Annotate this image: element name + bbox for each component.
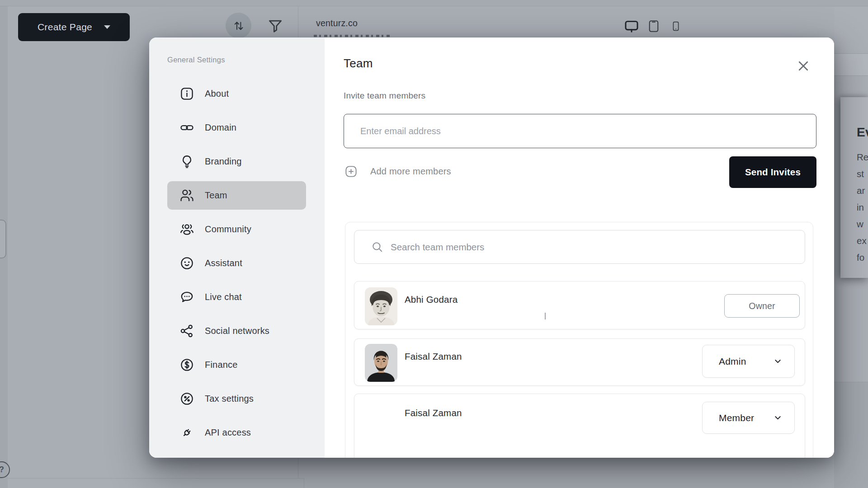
community-icon bbox=[179, 222, 194, 237]
help-glyph: ? bbox=[0, 465, 4, 474]
phone-icon bbox=[670, 18, 681, 34]
avatar bbox=[365, 287, 397, 325]
role-owner-button[interactable]: Owner bbox=[724, 294, 800, 318]
clipped-text-fragment bbox=[314, 35, 392, 37]
role-select-member[interactable]: Member bbox=[702, 402, 795, 434]
member-name: Faisal Zaman bbox=[405, 408, 462, 418]
tablet-icon bbox=[647, 18, 660, 34]
sidebar-item-api-access[interactable]: API access bbox=[167, 418, 306, 447]
plus-square-icon bbox=[344, 165, 358, 178]
create-page-label: Create Page bbox=[38, 22, 92, 33]
close-modal-button[interactable] bbox=[797, 59, 810, 73]
members-panel: Abhi Godara Owner bbox=[345, 222, 813, 458]
member-name: Faisal Zaman bbox=[405, 351, 462, 362]
team-settings-modal: General Settings About Domain Branding bbox=[149, 38, 834, 458]
close-icon bbox=[797, 59, 810, 73]
filter-button[interactable] bbox=[267, 18, 284, 35]
member-search-input[interactable] bbox=[354, 230, 805, 264]
sidebar-item-finance[interactable]: Finance bbox=[167, 351, 306, 379]
sidebar-item-team[interactable]: Team bbox=[167, 181, 306, 210]
caret-down-icon bbox=[104, 25, 110, 29]
avatar bbox=[365, 344, 397, 382]
member-search bbox=[354, 230, 805, 264]
background-right-panel: Ev Re st ar in w ex fo bbox=[834, 7, 868, 488]
filter-funnel-icon bbox=[267, 18, 284, 35]
member-row: Faisal Zaman Member bbox=[354, 394, 805, 458]
sort-arrows-icon bbox=[232, 19, 245, 33]
sidebar-item-domain[interactable]: Domain bbox=[167, 113, 306, 142]
site-domain[interactable]: venturz.co bbox=[316, 18, 358, 28]
sidebar-item-live-chat[interactable]: Live chat bbox=[167, 283, 306, 311]
side-panel-handle[interactable] bbox=[0, 220, 6, 258]
text-cursor-artifact bbox=[545, 313, 546, 319]
member-name: Abhi Godara bbox=[405, 294, 458, 305]
chevron-down-icon bbox=[773, 413, 783, 422]
add-more-members-button[interactable]: Add more members bbox=[344, 165, 451, 178]
role-select-admin[interactable]: Admin bbox=[702, 345, 795, 378]
sidebar-item-about[interactable]: About bbox=[167, 80, 306, 108]
avatar-placeholder bbox=[365, 400, 397, 438]
info-icon bbox=[179, 86, 194, 101]
sidebar-item-community[interactable]: Community bbox=[167, 215, 306, 244]
modal-title: Team bbox=[344, 56, 373, 70]
dollar-circle-icon bbox=[179, 357, 194, 372]
settings-sidebar: General Settings About Domain Branding bbox=[149, 38, 325, 458]
page-top-strip bbox=[0, 0, 868, 6]
phone-preview-button[interactable] bbox=[670, 18, 681, 34]
sidebar-item-branding[interactable]: Branding bbox=[167, 147, 306, 176]
member-row: Abhi Godara Owner bbox=[354, 281, 805, 329]
sidebar-item-assistant[interactable]: Assistant bbox=[167, 249, 306, 277]
member-row: Faisal Zaman Admin bbox=[354, 338, 805, 386]
sort-button[interactable] bbox=[226, 13, 251, 38]
background-bottom-band bbox=[834, 382, 868, 488]
invite-email-input[interactable] bbox=[344, 114, 816, 148]
sidebar-item-social-networks[interactable]: Social networks bbox=[167, 317, 306, 345]
create-page-button[interactable]: Create Page bbox=[18, 13, 130, 41]
background-card-text: Re st ar in w ex fo bbox=[857, 149, 868, 266]
lightbulb-icon bbox=[179, 154, 194, 169]
sidebar-item-tax-settings[interactable]: Tax settings bbox=[167, 385, 306, 413]
chevron-down-icon bbox=[773, 357, 783, 366]
help-button[interactable]: ? bbox=[0, 461, 10, 478]
link-icon bbox=[179, 120, 194, 135]
monitor-icon bbox=[623, 19, 640, 34]
add-more-members-label: Add more members bbox=[370, 166, 451, 177]
background-tab-strip bbox=[834, 53, 868, 76]
desktop-preview-button[interactable] bbox=[623, 19, 640, 34]
background-content-card: Ev Re st ar in w ex fo bbox=[840, 97, 868, 278]
plug-icon bbox=[179, 425, 194, 440]
canvas-corner-edge bbox=[304, 478, 304, 488]
users-icon bbox=[179, 188, 194, 203]
canvas-bottom-edge bbox=[8, 478, 304, 479]
tablet-preview-button[interactable] bbox=[647, 18, 660, 34]
chat-bubble-icon bbox=[179, 290, 194, 305]
team-panel: Team Invite team members Add more member… bbox=[325, 38, 834, 458]
invite-section-label: Invite team members bbox=[344, 91, 425, 101]
sidebar-section-label: General Settings bbox=[167, 56, 325, 64]
assistant-face-icon bbox=[179, 256, 194, 271]
send-invites-button[interactable]: Send Invites bbox=[729, 156, 816, 188]
background-card-heading: Ev bbox=[857, 125, 868, 140]
percent-circle-icon bbox=[179, 391, 194, 406]
share-icon bbox=[179, 324, 194, 338]
